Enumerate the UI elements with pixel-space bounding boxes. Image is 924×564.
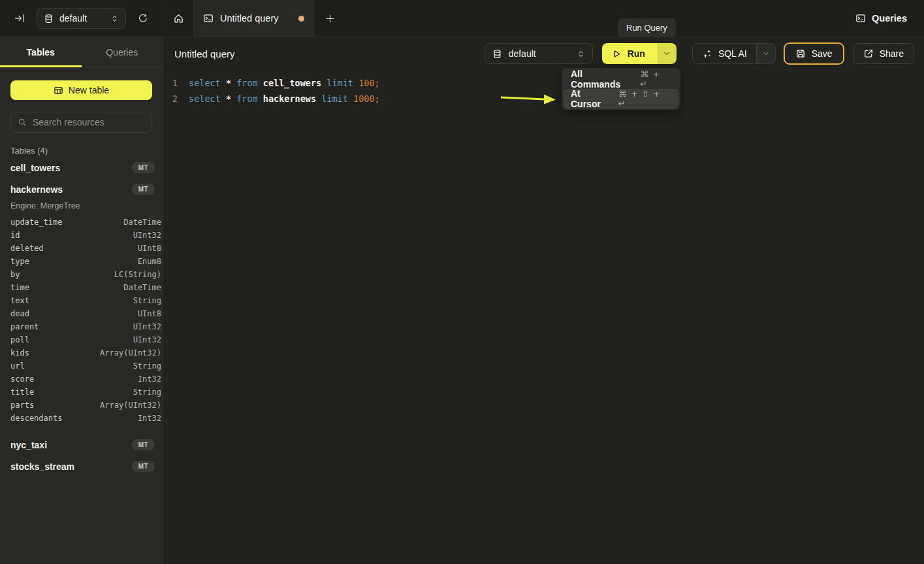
editor-toolbar: Untitled query default <box>163 37 924 70</box>
menu-item-label: All Commands <box>571 69 634 90</box>
engine-detail: Engine: MergeTree <box>0 200 163 214</box>
table-row-stocks-stream[interactable]: stocks_stream MT <box>0 456 163 477</box>
plus-icon <box>325 14 335 24</box>
play-icon <box>612 49 622 59</box>
sql-editor[interactable]: 1 select * from cell_towers limit 100; 2… <box>163 70 924 564</box>
column-row: typeEnum8 <box>0 255 163 268</box>
search-icon <box>18 118 27 127</box>
table-name: nyc_taxi <box>10 440 47 450</box>
sql-ai-options-caret[interactable] <box>756 44 775 63</box>
code-text: select * from hackernews limit 1000; <box>178 91 380 107</box>
query-editor-pane: Untitled query default <box>163 37 924 564</box>
sidebar-database-value: default <box>59 13 87 24</box>
save-icon <box>795 48 806 59</box>
tables-section-header: Tables (4) <box>10 146 163 156</box>
run-label: Run <box>628 48 645 59</box>
column-list: update_timeDateTime idUInt32 deletedUInt… <box>0 214 163 429</box>
column-row: textString <box>0 294 163 307</box>
column-row: pollUInt32 <box>0 333 163 346</box>
sparkles-icon <box>702 48 712 59</box>
share-label: Share <box>880 48 904 59</box>
column-row: descendantsInt32 <box>0 412 163 425</box>
updown-chevron-icon <box>577 50 585 58</box>
unsaved-indicator-dot <box>298 16 304 22</box>
collapse-sidebar-button[interactable] <box>9 8 30 29</box>
sidebar-tab-queries[interactable]: Queries <box>82 37 163 67</box>
run-options-caret[interactable] <box>657 43 677 64</box>
engine-badge: MT <box>132 439 155 450</box>
sidebar: Tables Queries New table Tables (4) <box>0 37 163 564</box>
line-number: 1 <box>163 75 178 91</box>
home-button[interactable] <box>163 0 193 37</box>
new-tab-button[interactable] <box>314 0 345 37</box>
editor-database-value: default <box>509 48 536 59</box>
queries-button[interactable]: Queries <box>855 13 907 24</box>
run-query-tooltip: Run Query <box>618 18 676 37</box>
sidebar-header: default <box>0 0 163 37</box>
tooltip-text: Run Query <box>626 23 667 33</box>
menu-item-shortcut: ⌘ + ⇧ + ↵ <box>618 89 671 108</box>
menu-item-label: At Cursor <box>571 88 613 109</box>
run-options-menu: All Commands ⌘ + ↵ At Cursor ⌘ + ⇧ + ↵ <box>562 68 680 110</box>
engine-badge: MT <box>132 162 155 173</box>
share-icon <box>863 48 874 59</box>
table-name: cell_towers <box>10 163 60 173</box>
new-table-button[interactable]: New table <box>10 80 152 100</box>
column-row: titleString <box>0 386 163 399</box>
collapse-sidebar-icon <box>14 13 25 24</box>
column-row: urlString <box>0 359 163 373</box>
home-icon <box>173 13 184 24</box>
sql-ai-label: SQL AI <box>718 48 747 59</box>
column-row: deletedUInt8 <box>0 242 163 255</box>
engine-badge: MT <box>132 184 155 195</box>
sidebar-database-selector[interactable]: default <box>37 8 126 29</box>
menu-item-all-commands[interactable]: All Commands ⌘ + ↵ <box>564 69 678 89</box>
column-row: scoreInt32 <box>0 373 163 386</box>
code-line-1: 1 select * from cell_towers limit 100; <box>163 75 924 91</box>
editor-database-selector[interactable]: default <box>485 43 593 64</box>
engine-badge: MT <box>132 461 155 472</box>
table-row-hackernews[interactable]: hackernews MT <box>0 178 163 200</box>
tab-untitled-query[interactable]: Untitled query <box>193 0 314 37</box>
sql-ai-split-button: SQL AI <box>692 43 776 64</box>
new-table-label: New table <box>69 85 109 95</box>
save-label: Save <box>812 48 833 59</box>
share-button[interactable]: Share <box>853 43 914 64</box>
run-split-button: Run <box>602 43 677 64</box>
menu-item-shortcut: ⌘ + ↵ <box>640 69 671 89</box>
column-row: parentUInt32 <box>0 320 163 333</box>
tab-label: Untitled query <box>220 13 278 24</box>
sidebar-tab-tables[interactable]: Tables <box>0 37 82 67</box>
terminal-icon <box>855 13 866 24</box>
table-name: hackernews <box>10 184 63 195</box>
run-button[interactable]: Run <box>602 43 657 64</box>
column-row: timeDateTime <box>0 281 163 294</box>
refresh-button[interactable] <box>133 8 153 29</box>
database-icon <box>492 49 502 59</box>
database-icon <box>44 14 54 24</box>
column-row: idUInt32 <box>0 229 163 242</box>
search-resources-box <box>10 112 152 133</box>
queries-label: Queries <box>872 13 907 24</box>
table-row-cell-towers[interactable]: cell_towers MT <box>0 157 163 178</box>
column-row: update_timeDateTime <box>0 216 163 229</box>
chevron-down-icon <box>762 50 770 58</box>
search-resources-input[interactable] <box>33 117 145 127</box>
refresh-icon <box>138 13 148 24</box>
save-button[interactable]: Save <box>784 42 844 65</box>
top-bar: default Untitled query <box>0 0 924 37</box>
menu-item-at-cursor[interactable]: At Cursor ⌘ + ⇧ + ↵ <box>564 89 678 108</box>
column-row: kidsArray(UInt32) <box>0 346 163 359</box>
sql-ai-button[interactable]: SQL AI <box>693 44 756 63</box>
table-name: stocks_stream <box>10 461 74 472</box>
line-number: 2 <box>163 91 178 107</box>
terminal-icon <box>203 13 214 24</box>
table-row-nyc-taxi[interactable]: nyc_taxi MT <box>0 434 163 456</box>
code-text: select * from cell_towers limit 100; <box>178 75 380 91</box>
sidebar-tab-queries-label: Queries <box>106 47 138 58</box>
updown-chevron-icon <box>110 14 119 23</box>
table-grid-icon <box>54 86 63 95</box>
query-title: Untitled query <box>174 48 235 59</box>
column-row: partsArray(UInt32) <box>0 399 163 412</box>
annotation-arrow <box>498 91 558 107</box>
